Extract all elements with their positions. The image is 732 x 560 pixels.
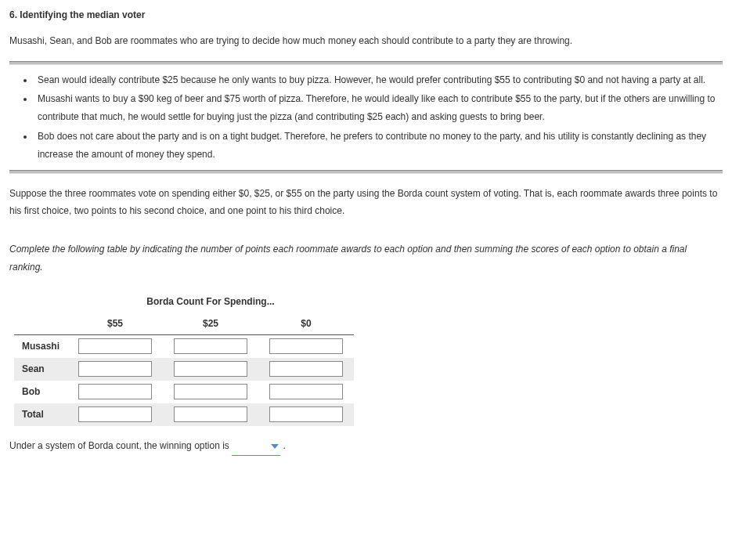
divider-bottom bbox=[9, 170, 723, 174]
row-label-musashi: Musashi bbox=[14, 335, 67, 358]
row-label-bob: Bob bbox=[14, 381, 67, 403]
input-musashi-0[interactable] bbox=[269, 338, 343, 354]
input-sean-25[interactable] bbox=[174, 361, 247, 377]
input-musashi-55[interactable] bbox=[78, 338, 152, 354]
col-header-0: $0 bbox=[258, 313, 354, 335]
intro-text: Musashi, Sean, and Bob are roommates who… bbox=[9, 32, 723, 50]
col-header-25: $25 bbox=[163, 313, 258, 335]
input-total-0[interactable] bbox=[269, 406, 343, 422]
scenario-list: Sean would ideally contribute $25 becaus… bbox=[34, 71, 723, 164]
list-item: Sean would ideally contribute $25 becaus… bbox=[34, 71, 723, 89]
input-bob-25[interactable] bbox=[174, 384, 247, 399]
list-item: Musashi wants to buy a $90 keg of beer a… bbox=[34, 90, 723, 126]
input-total-25[interactable] bbox=[174, 406, 247, 422]
table-overhead: Borda Count For Spending... bbox=[67, 291, 354, 313]
input-total-55[interactable] bbox=[78, 406, 152, 422]
divider-top bbox=[9, 61, 723, 65]
input-sean-0[interactable] bbox=[269, 361, 343, 377]
input-bob-0[interactable] bbox=[269, 384, 343, 399]
input-bob-55[interactable] bbox=[78, 384, 152, 399]
list-item: Bob does not care about the party and is… bbox=[34, 128, 723, 164]
input-sean-55[interactable] bbox=[78, 361, 152, 377]
col-header-55: $55 bbox=[67, 313, 163, 335]
conclusion-sentence: Under a system of Borda count, the winni… bbox=[9, 437, 723, 456]
input-musashi-25[interactable] bbox=[174, 338, 247, 354]
winning-option-dropdown[interactable] bbox=[232, 438, 280, 457]
conclusion-prefix: Under a system of Borda count, the winni… bbox=[9, 440, 229, 451]
voting-paragraph: Suppose the three roommates vote on spen… bbox=[9, 185, 723, 221]
row-label-total: Total bbox=[14, 403, 67, 426]
row-label-sean: Sean bbox=[14, 358, 67, 381]
question-title: 6. Identifying the median voter bbox=[9, 6, 723, 24]
borda-table: Borda Count For Spending... $55 $25 $0 M… bbox=[14, 291, 354, 426]
table-instruction: Complete the following table by indicati… bbox=[9, 240, 723, 276]
conclusion-suffix: . bbox=[283, 440, 286, 451]
chevron-down-icon bbox=[271, 444, 279, 449]
